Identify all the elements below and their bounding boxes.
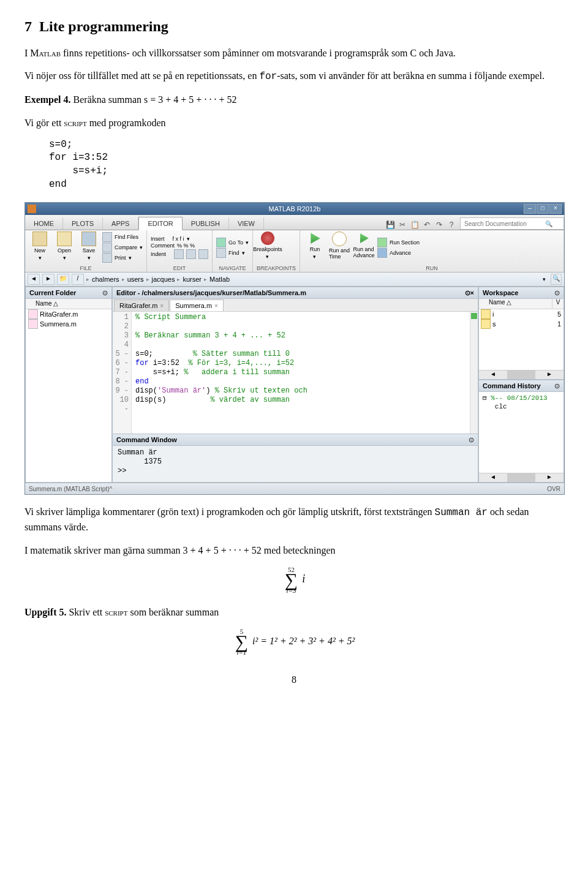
copy-icon[interactable]: 📋	[410, 220, 420, 230]
find-button[interactable]: Find ▾	[216, 248, 249, 258]
panel-title-cf: Current Folder	[29, 287, 76, 298]
status-file: Summera.m (MATLAB Script)	[29, 486, 110, 492]
open-button[interactable]: Open▾	[53, 231, 75, 263]
panel-menu-icon[interactable]: ⊙	[102, 287, 108, 298]
comment-row[interactable]: Comment % % %	[151, 243, 208, 249]
compare-button[interactable]: Compare ▾	[102, 243, 143, 252]
ws-var-s[interactable]: s1	[479, 319, 564, 329]
uppgift-5: Uppgift 5. Skriv ett script som beräknar…	[24, 605, 564, 619]
ws-scrollbar[interactable]: ◄►	[479, 370, 564, 379]
back-button[interactable]: ◄	[28, 274, 40, 285]
ribbon: New▾ Open▾ Save▾ Find Files Compare ▾ Pr…	[25, 230, 564, 273]
ws-col-value[interactable]: V	[552, 299, 564, 309]
current-folder-panel: Current Folder⊙ Name △ RitaGrafer.m Summ…	[25, 287, 112, 483]
tab-plots[interactable]: PLOTS	[63, 217, 103, 230]
status-bar: Summera.m (MATLAB Script) ^ OVR	[25, 483, 564, 494]
editor-body[interactable]: 12345 -6 -7 -8 -9 -10 - % Script Summera…	[113, 312, 478, 434]
para-3: Vi gör ett script med programkoden	[24, 116, 564, 130]
panel-menu-icon[interactable]: ⊙	[554, 287, 560, 298]
example-4: Exempel 4. Beräkna summan s = 3 + 4 + 5 …	[24, 92, 564, 107]
page-number: 8	[24, 674, 564, 685]
section-heading: 7 Lite programmering	[24, 18, 564, 35]
group-label-bp: BREAKPOINTS	[257, 265, 296, 272]
workspace-panel: Workspace⊙ Name △V i5 s1 ◄►	[478, 287, 564, 380]
editor-panel: Editor - /chalmers/users/jacques/kurser/…	[112, 287, 478, 434]
close-icon[interactable]: ×	[160, 303, 164, 309]
command-history-panel: Command History⊙ ⊟ %-- 08/15/2013 clc ◄►	[478, 380, 564, 483]
address-bar: ◄ ► 📁 / ▸chalmers ▸users ▸jacques ▸kurse…	[25, 273, 564, 287]
ws-var-i[interactable]: i5	[479, 309, 564, 319]
tab-publish[interactable]: PUBLISH	[183, 217, 229, 230]
root-button[interactable]: /	[72, 274, 84, 285]
command-window[interactable]: Summan är 1375 >>	[113, 446, 478, 482]
tab-editor[interactable]: EDITOR	[138, 217, 182, 230]
message-bar	[470, 312, 478, 434]
para-5: I matematik skriver man gärna summan 3 +…	[24, 543, 564, 557]
file-summera[interactable]: Summera.m	[26, 319, 111, 329]
run-section-button[interactable]: Run Section	[377, 238, 420, 247]
window-titlebar[interactable]: MATLAB R2012b – □ ×	[25, 203, 564, 215]
panel-title-ch: Command History	[483, 380, 541, 391]
redo-icon[interactable]: ↷	[434, 220, 444, 230]
editor-close-icon[interactable]: ×	[470, 289, 474, 296]
indent-row[interactable]: Indent	[151, 249, 208, 259]
run-and-time-button[interactable]: Run and Time	[328, 231, 350, 263]
new-button[interactable]: New▾	[29, 231, 51, 263]
group-label-file: FILE	[29, 265, 143, 272]
window-title: MATLAB R2012b	[269, 205, 321, 213]
editor-title: Editor - /chalmers/users/jacques/kurser/…	[116, 287, 306, 298]
para-4: Vi skriver lämpliga kommentarer (grön te…	[24, 505, 564, 534]
tab-view[interactable]: VIEW	[229, 217, 264, 230]
toolstrip-tabs: HOME PLOTS APPS EDITOR PUBLISH VIEW 💾 ✂ …	[25, 215, 564, 230]
editor-menu-icon[interactable]: ⊙	[465, 289, 470, 296]
breakpoints-button[interactable]: Breakpoints▾	[257, 231, 279, 263]
panel-title-ws: Workspace	[483, 287, 519, 298]
para-1: I Matlab finns repetitions- och villkors…	[24, 46, 564, 60]
code-listing-1: s=0; for i=3:52 s=s+i; end	[49, 138, 564, 191]
line-gutter: 12345 -6 -7 -8 -9 -10 -	[113, 312, 132, 434]
save-button[interactable]: Save▾	[78, 231, 100, 263]
tab-apps[interactable]: APPS	[103, 217, 138, 230]
insert-row[interactable]: Insert f x f i ▾	[151, 236, 208, 242]
group-label-nav: NAVIGATE	[216, 265, 249, 272]
search-input[interactable]	[463, 220, 545, 228]
close-icon[interactable]: ×	[214, 303, 218, 309]
run-button[interactable]: Run▾	[304, 231, 326, 263]
close-button[interactable]: ×	[549, 204, 562, 214]
run-and-advance-button[interactable]: Run and Advance	[353, 231, 375, 263]
advance-button[interactable]: Advance	[377, 248, 420, 258]
search-icon[interactable]: 🔍	[545, 220, 552, 227]
cf-col-name[interactable]: Name △	[26, 299, 111, 309]
breadcrumb[interactable]: ▸chalmers ▸users ▸jacques ▸kurser ▸Matla…	[86, 276, 230, 283]
command-history[interactable]: ⊟ %-- 08/15/2013 clc	[479, 392, 564, 413]
undo-icon[interactable]: ↶	[422, 220, 432, 230]
path-search-icon[interactable]: 🔍	[551, 274, 562, 285]
para-2: Vi nöjer oss för tillfället med att se p…	[24, 69, 564, 84]
goto-button[interactable]: Go To ▾	[216, 238, 249, 247]
code-area[interactable]: % Script Summera % Beräknar summan 3 + 4…	[132, 312, 470, 434]
minimize-button[interactable]: –	[524, 204, 536, 214]
editor-tab-summera[interactable]: Summera.m×	[170, 299, 224, 311]
search-documentation[interactable]: 🔍	[460, 217, 564, 230]
panel-menu-icon[interactable]: ⊙	[469, 434, 474, 445]
quick-access-toolbar: 💾 ✂ 📋 ↶ ↷ ?	[382, 220, 460, 230]
find-files-button[interactable]: Find Files	[102, 232, 143, 242]
save-icon[interactable]: 💾	[385, 220, 395, 230]
ch-scrollbar[interactable]: ◄►	[479, 473, 564, 482]
panel-title-cw: Command Window	[116, 434, 177, 445]
print-button[interactable]: Print ▾	[102, 253, 143, 263]
tab-home[interactable]: HOME	[25, 217, 63, 230]
matlab-window: MATLAB R2012b – □ × HOME PLOTS APPS EDIT…	[24, 202, 565, 495]
editor-tab-ritagrafer[interactable]: RitaGrafer.m×	[114, 299, 169, 311]
up-button[interactable]: 📁	[57, 274, 69, 285]
panel-menu-icon[interactable]: ⊙	[554, 380, 560, 391]
ws-col-name[interactable]: Name △	[479, 299, 552, 309]
group-label-run: RUN	[304, 265, 560, 272]
cut-icon[interactable]: ✂	[398, 220, 407, 230]
maximize-button[interactable]: □	[537, 204, 549, 214]
help-icon[interactable]: ?	[447, 220, 456, 230]
status-square-icon	[471, 313, 477, 319]
equation-1: 52∑i=3 i	[24, 566, 564, 594]
fwd-button[interactable]: ►	[42, 274, 55, 285]
file-ritagrafer[interactable]: RitaGrafer.m	[26, 309, 111, 319]
